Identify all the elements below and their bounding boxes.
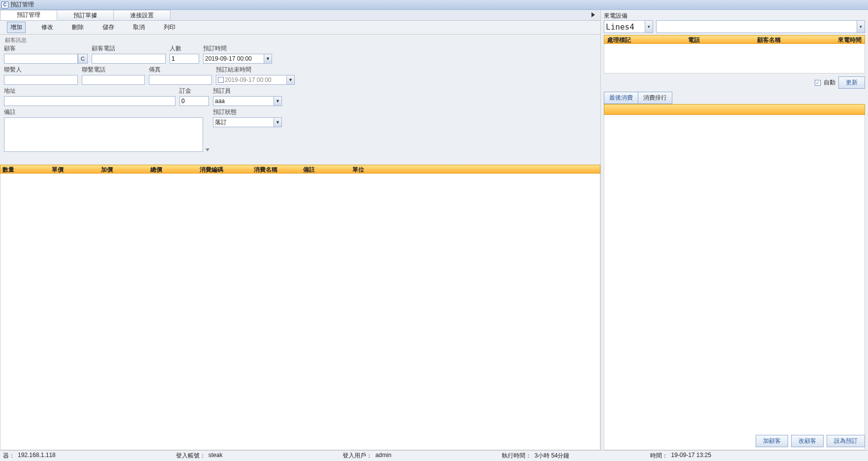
- reserve-end-time-label: 預訂結束時間: [216, 66, 295, 74]
- fax-input[interactable]: [149, 75, 212, 85]
- add-button[interactable]: 增加: [7, 22, 26, 33]
- status-value: 落訂: [215, 118, 227, 127]
- chevron-down-icon: ▼: [274, 97, 281, 106]
- window-title: 預訂管理: [10, 0, 34, 9]
- col-unit[interactable]: 單位: [350, 165, 600, 173]
- col-surcharge[interactable]: 加價: [99, 165, 148, 173]
- deposit-input[interactable]: [179, 96, 209, 106]
- col-price[interactable]: 單價: [50, 165, 99, 173]
- host-label: 器：: [3, 452, 15, 460]
- host-value: 192.168.1.118: [18, 452, 56, 460]
- memo-textarea[interactable]: [4, 117, 203, 152]
- device-select[interactable]: ▾: [656, 20, 865, 33]
- customer-label: 顧客: [4, 44, 88, 53]
- reserve-end-time-value: 2019-09-17 00:00: [225, 76, 272, 83]
- status-bar: 器：192.168.1.118 登入帳號：steak 登入用戶：admin 執行…: [0, 450, 868, 461]
- time-label: 時間：: [650, 452, 668, 460]
- calls-grid-body[interactable]: [604, 44, 865, 73]
- col-qty[interactable]: 數量: [0, 165, 50, 173]
- expand-right-icon[interactable]: [591, 12, 595, 17]
- chevron-down-icon: ▼: [274, 118, 281, 127]
- delete-button[interactable]: 刪除: [69, 22, 87, 33]
- tab-connection-settings[interactable]: 連接設置: [113, 10, 171, 20]
- user-label: 登入用戶：: [343, 452, 372, 460]
- chevron-down-icon: ▾: [645, 21, 653, 33]
- items-grid-body[interactable]: [0, 174, 600, 450]
- auto-label: 自動: [824, 78, 835, 87]
- account-value: steak: [208, 452, 223, 460]
- chevron-down-icon: ▼: [286, 75, 294, 84]
- cancel-button[interactable]: 取消: [130, 22, 148, 33]
- col-name[interactable]: 消費名稱: [252, 165, 301, 173]
- people-input[interactable]: [170, 54, 199, 64]
- chevron-down-icon: ▾: [857, 21, 865, 33]
- reserve-time-select[interactable]: 2019-09-17 00:00 ▼: [203, 54, 272, 64]
- caller-panel: 來電設備 Lines4 ▾ ▾ 處理標記 電話 顧客名稱 來電時間 ✓ 自動 更…: [601, 10, 868, 450]
- contact-phone-input[interactable]: [82, 75, 145, 85]
- runtime-value: 3小時 54分鐘: [534, 452, 569, 460]
- status-label: 預訂狀態: [213, 108, 282, 116]
- customer-lookup-button[interactable]: C: [78, 54, 88, 64]
- line-select[interactable]: Lines4 ▾: [604, 20, 653, 33]
- consume-grid-header: [604, 104, 865, 115]
- col-total[interactable]: 總價: [148, 165, 198, 173]
- col-custname[interactable]: 顧客名稱: [754, 35, 784, 43]
- staff-value: aaa: [215, 98, 225, 105]
- main-tabs: 預訂管理 預訂單據 連接設置: [0, 10, 600, 21]
- status-select[interactable]: 落訂 ▼: [213, 117, 282, 127]
- chevron-down-icon: ▼: [264, 54, 272, 63]
- auto-checkbox[interactable]: ✓: [815, 80, 821, 86]
- tab-last-consume[interactable]: 最後消費: [604, 92, 638, 104]
- reserve-end-time-select[interactable]: 2019-09-17 00:00 ▼: [216, 75, 295, 85]
- device-label: 來電設備: [604, 12, 865, 20]
- calls-grid-header: 處理標記 電話 顧客名稱 來電時間: [604, 35, 865, 44]
- set-reserve-button[interactable]: 設為預訂: [827, 435, 865, 447]
- window-titlebar: C 預訂管理: [0, 0, 868, 10]
- customer-input[interactable]: [4, 54, 78, 64]
- tab-reserve-docs[interactable]: 預訂單據: [57, 10, 114, 20]
- memo-expand-icon[interactable]: [206, 148, 209, 151]
- edit-customer-button[interactable]: 改顧客: [791, 435, 824, 447]
- deposit-label: 訂金: [179, 87, 209, 95]
- account-label: 登入帳號：: [176, 452, 206, 460]
- fax-label: 傳真: [149, 66, 212, 74]
- customer-phone-label: 顧客電話: [92, 44, 166, 53]
- refresh-button[interactable]: 更新: [838, 76, 865, 89]
- customer-form: 顧客訊息 顧客 C 顧客電話 人數 預訂: [0, 35, 600, 155]
- edit-button[interactable]: 修改: [38, 22, 56, 33]
- add-customer-button[interactable]: 加顧客: [756, 435, 788, 447]
- col-calltime[interactable]: 來電時間: [835, 35, 865, 43]
- address-label: 地址: [4, 87, 175, 95]
- time-value: 19-09-17 13:25: [671, 452, 711, 460]
- staff-label: 預訂員: [213, 87, 282, 95]
- end-time-checkbox[interactable]: [218, 77, 224, 83]
- tab-consume-rank[interactable]: 消費排行: [638, 92, 672, 104]
- items-grid-header: 數量 單價 加價 總價 消費編碼 消費名稱 備註 單位: [0, 165, 600, 174]
- print-button[interactable]: 列印: [161, 22, 178, 33]
- contact-phone-label: 聯繫電話: [82, 66, 145, 74]
- address-input[interactable]: [4, 96, 175, 106]
- staff-select[interactable]: aaa ▼: [213, 96, 282, 106]
- col-code[interactable]: 消費編碼: [198, 165, 252, 173]
- user-value: admin: [375, 452, 391, 460]
- memo-label: 備註: [4, 108, 209, 116]
- toolbar: 增加 修改 刪除 儲存 取消 列印: [0, 21, 600, 35]
- tab-reserve-manage[interactable]: 預訂管理: [0, 10, 57, 20]
- people-label: 人數: [170, 44, 199, 53]
- col-phone[interactable]: 電話: [685, 35, 703, 43]
- main-panel: 預訂管理 預訂單據 連接設置 增加 修改 刪除 儲存 取消 列印 顧客訊息 顧客…: [0, 10, 601, 450]
- section-label: 顧客訊息: [5, 36, 596, 44]
- consume-grid-body[interactable]: [604, 115, 865, 450]
- col-memo[interactable]: 備註: [301, 165, 350, 173]
- runtime-label: 執行時間：: [502, 452, 531, 460]
- customer-phone-input[interactable]: [92, 54, 166, 64]
- col-handle[interactable]: 處理標記: [604, 35, 634, 43]
- reserve-time-label: 預訂時間: [203, 44, 272, 53]
- save-button[interactable]: 儲存: [100, 22, 117, 33]
- contact-label: 聯繫人: [4, 66, 78, 74]
- app-icon: C: [1, 1, 8, 8]
- line-value: Lines4: [606, 22, 634, 32]
- contact-input[interactable]: [4, 75, 78, 85]
- reserve-time-value: 2019-09-17 00:00: [205, 55, 252, 62]
